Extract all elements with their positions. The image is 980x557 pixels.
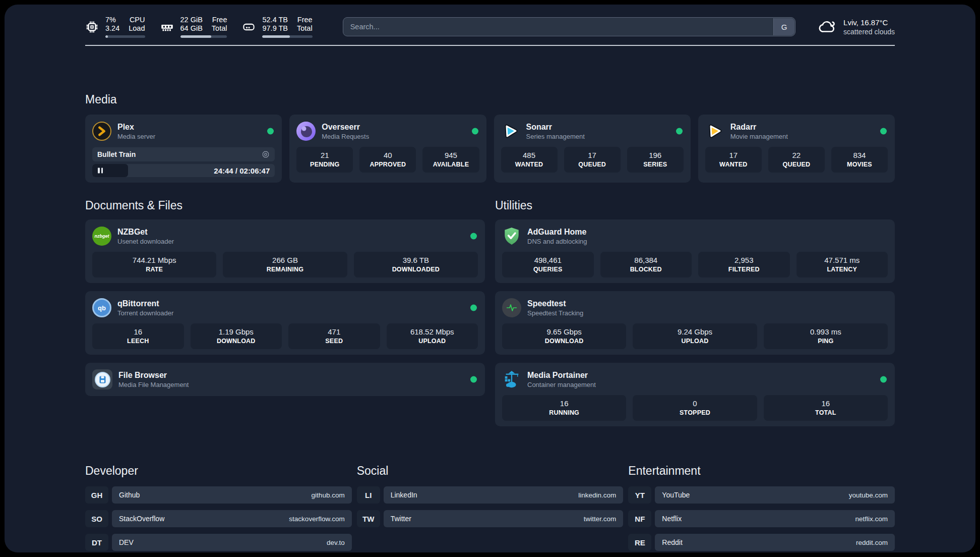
status-dot <box>472 128 478 135</box>
app-name: Speedtest <box>527 299 583 309</box>
link-name: Twitter <box>391 515 411 523</box>
sonarr-icon <box>501 122 520 141</box>
nzbget-icon: nzbget <box>92 227 111 246</box>
search-input[interactable] <box>343 17 795 36</box>
app-desc: Media server <box>117 132 155 141</box>
stat-available: 945AVAILABLE <box>422 147 479 173</box>
link-dev-to[interactable]: DT DEVdev.to <box>85 534 352 551</box>
playback-progress-bar: 24:44 / 02:06:47 <box>92 164 275 177</box>
app-name: Sonarr <box>526 122 585 132</box>
header-separator <box>85 45 895 46</box>
card-qbittorrent[interactable]: qb qBittorrent Torrent downloader 16LEEC… <box>85 291 485 355</box>
link-netflix[interactable]: NF Netflixnetflix.com <box>628 510 895 527</box>
status-dot <box>676 128 683 135</box>
status-dot <box>470 376 477 383</box>
app-desc: Container management <box>527 380 596 389</box>
app-name: Radarr <box>730 122 788 132</box>
link-url: dev.to <box>327 539 345 546</box>
stat-pending: 21PENDING <box>296 147 353 173</box>
section-media: Media Plex Media server Bullet Train <box>85 92 895 183</box>
card-adguard[interactable]: AdGuard Home DNS and adblocking 498,461Q… <box>495 219 895 283</box>
disk-stat: 52.4 TBFree 97.9 TBTotal <box>242 16 312 38</box>
app-desc: Media File Management <box>118 380 189 389</box>
status-dot <box>470 305 477 311</box>
stat-series: 196SERIES <box>627 147 684 173</box>
app-desc: Movie management <box>730 132 788 141</box>
card-portainer[interactable]: Media Portainer Container management 16R… <box>495 363 895 426</box>
section-entertainment: Entertainment YT YouTubeyoutube.com NF N… <box>628 464 895 557</box>
memory-free-label: Free <box>212 16 227 24</box>
status-dot <box>880 128 887 135</box>
adguard-icon <box>502 227 521 246</box>
link-url: reddit.com <box>856 539 888 546</box>
stat-running: 16RUNNING <box>502 395 626 421</box>
qbittorrent-icon: qb <box>92 298 111 317</box>
media-section-title: Media <box>85 92 895 106</box>
link-abbr: NF <box>628 510 651 527</box>
weather-location-temp: Lviv, 16.87°C <box>843 18 895 27</box>
now-playing-title: Bullet Train <box>97 150 136 158</box>
link-abbr: RE <box>628 534 651 551</box>
stat-download: 1.19 GbpsDOWNLOAD <box>191 323 282 349</box>
pause-button[interactable] <box>98 168 103 174</box>
card-sonarr[interactable]: Sonarr Series management 485WANTED 17QUE… <box>494 115 691 183</box>
stat-queries: 498,461QUERIES <box>502 252 594 277</box>
link-github[interactable]: GH Githubgithub.com <box>85 486 352 504</box>
stat-stopped: 0STOPPED <box>633 395 757 421</box>
cpu-progress-bar <box>105 35 145 38</box>
status-dot <box>470 233 477 240</box>
documents-section-title: Documents & Files <box>85 198 485 212</box>
memory-progress-bar <box>180 35 227 38</box>
link-url: stackoverflow.com <box>289 515 344 523</box>
card-speedtest[interactable]: Speedtest Speedtest Tracking 9.65 GbpsDO… <box>495 291 895 355</box>
cpu-usage-label: CPU <box>130 16 145 24</box>
weather-widget: Lviv, 16.87°C scattered clouds <box>818 17 895 36</box>
link-linkedin[interactable]: LI LinkedInlinkedin.com <box>357 486 624 504</box>
link-url: github.com <box>312 491 345 499</box>
stat-latency: 47.571 msLATENCY <box>797 252 888 277</box>
link-name: Netflix <box>662 515 682 523</box>
link-abbr: TW <box>357 510 380 527</box>
stat-rate: 744.21 MbpsRATE <box>92 252 216 277</box>
disk-progress-bar <box>262 35 312 38</box>
link-youtube[interactable]: YT YouTubeyoutube.com <box>628 486 895 504</box>
stat-filtered: 2,953FILTERED <box>698 252 790 277</box>
disk-total-label: Total <box>297 24 313 33</box>
card-nzbget[interactable]: nzbget NZBGet Usenet downloader 744.21 M… <box>85 219 485 283</box>
link-name: YouTube <box>662 491 690 499</box>
radarr-icon <box>705 122 724 141</box>
cpu-load-label: Load <box>129 24 145 33</box>
disk-free-value: 52.4 TB <box>262 16 288 24</box>
ram-icon <box>160 20 174 34</box>
plex-icon <box>92 122 111 141</box>
memory-total-label: Total <box>212 24 227 33</box>
memory-total-value: 64 GiB <box>180 24 203 33</box>
link-abbr: LI <box>357 486 380 504</box>
card-filebrowser[interactable]: File Browser Media File Management <box>85 363 485 396</box>
app-desc: Series management <box>526 132 585 141</box>
link-name: DEV <box>119 538 134 546</box>
app-name: AdGuard Home <box>527 227 587 237</box>
stat-approved: 40APPROVED <box>359 147 416 173</box>
link-twitter[interactable]: TW Twittertwitter.com <box>357 510 624 527</box>
card-plex[interactable]: Plex Media server Bullet Train 24:44 / 0… <box>85 115 282 183</box>
app-desc: Media Requests <box>322 132 369 141</box>
portainer-icon <box>502 370 521 389</box>
cloud-icon <box>818 17 837 36</box>
section-utilities: Utilities AdGuard Home DNS and <box>495 198 895 434</box>
app-name: Media Portainer <box>527 370 596 380</box>
stat-download: 9.65 GbpsDOWNLOAD <box>502 323 626 349</box>
link-reddit[interactable]: RE Redditreddit.com <box>628 534 895 551</box>
filebrowser-icon <box>92 369 112 389</box>
card-overseerr[interactable]: Overseerr Media Requests 21PENDING 40APP… <box>289 115 486 183</box>
stat-ping: 0.993 msPING <box>764 323 888 349</box>
weather-condition: scattered clouds <box>843 27 895 36</box>
card-radarr[interactable]: Radarr Movie management 17WANTED 22QUEUE… <box>698 115 895 183</box>
video-camera-icon <box>262 150 270 158</box>
link-stackoverflow[interactable]: SO StackOverflowstackoverflow.com <box>85 510 352 527</box>
search-engine-button[interactable]: G <box>773 18 794 35</box>
social-section-title: Social <box>357 464 624 478</box>
stat-movies: 834MOVIES <box>831 147 888 173</box>
stat-downloaded: 39.6 TBDOWNLOADED <box>354 252 478 277</box>
app-desc: Usenet downloader <box>117 237 174 246</box>
